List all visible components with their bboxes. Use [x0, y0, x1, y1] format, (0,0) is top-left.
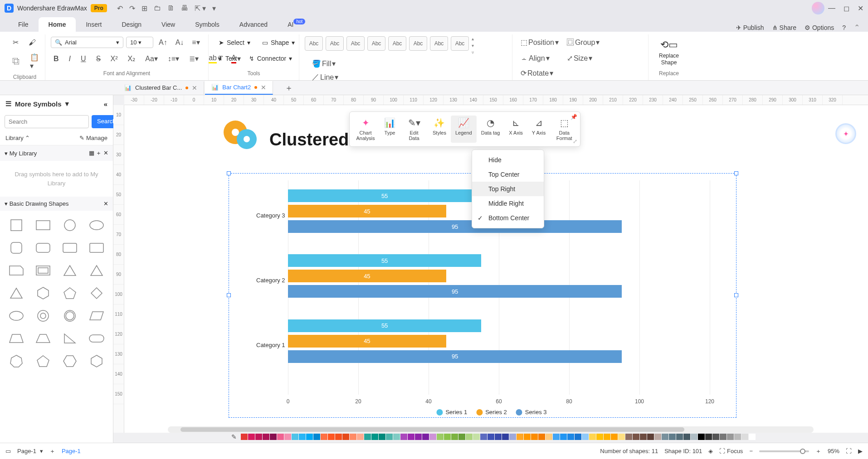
print-icon[interactable]: 🖶 [181, 4, 188, 12]
help-icon[interactable]: ? [842, 24, 846, 31]
manage-link[interactable]: ✎ Manage [79, 135, 107, 141]
color-swatch[interactable] [488, 434, 494, 440]
font-size-select[interactable]: 10 ▾ [126, 37, 153, 48]
color-swatch[interactable] [531, 434, 538, 440]
color-swatch[interactable] [596, 434, 603, 440]
style-swatch[interactable]: Abc [388, 36, 406, 51]
shape-triangle3[interactable] [5, 284, 28, 302]
color-swatch[interactable] [400, 434, 407, 440]
shape-hexagon2[interactable] [59, 352, 81, 370]
new-icon[interactable]: ⊞ [141, 4, 147, 13]
chart-type-button[interactable]: 📊Type [380, 116, 400, 143]
font-family-select[interactable]: 🔍 Arial▾ [51, 37, 123, 48]
line-spacing-icon[interactable]: ↕≡▾ [165, 52, 182, 65]
color-swatch[interactable] [473, 434, 480, 440]
tab-home[interactable]: Home [39, 17, 76, 32]
tab-advanced[interactable]: Advanced [229, 17, 278, 32]
paste-icon[interactable]: 📋▾ [27, 51, 42, 72]
color-swatch[interactable] [350, 434, 356, 440]
legend-top-center[interactable]: Top Center [472, 167, 544, 182]
color-swatch[interactable] [284, 434, 291, 440]
color-swatch[interactable] [437, 434, 444, 440]
chart-analysis-button[interactable]: ✦Chart Analysis [351, 116, 380, 143]
color-swatch[interactable] [270, 434, 277, 440]
eyedropper-icon[interactable]: ✎ [231, 433, 240, 440]
color-swatch[interactable] [575, 434, 581, 440]
shape-trapezoid[interactable] [5, 329, 28, 348]
ai-float-badge-icon[interactable]: ✦ [835, 123, 856, 144]
bar-series-1[interactable]: 55 [288, 319, 481, 332]
tab-insert[interactable]: Insert [76, 17, 112, 32]
legend-item[interactable]: Series 3 [516, 409, 547, 416]
color-swatch[interactable] [241, 434, 248, 440]
legend-top-right[interactable]: Top Right [472, 182, 544, 196]
panel-toggle-icon[interactable]: ▶ [858, 448, 863, 454]
color-swatch[interactable] [567, 434, 574, 440]
shape-hexagon3[interactable] [85, 352, 107, 370]
color-swatch[interactable] [517, 434, 523, 440]
color-swatch[interactable] [502, 434, 509, 440]
legend-middle-right[interactable]: Middle Right [472, 196, 544, 211]
color-swatch[interactable] [429, 434, 436, 440]
fill-button[interactable]: 🪣 Fill ▾ [309, 58, 353, 70]
cut-icon[interactable]: ✂ [10, 36, 21, 48]
style-swatch[interactable]: Abc [430, 36, 448, 51]
shape-rounded-rect3[interactable] [85, 239, 107, 257]
style-swatch[interactable]: Abc [326, 36, 344, 51]
page-add-icon[interactable]: ＋ [49, 447, 55, 455]
case-icon[interactable]: Aa▾ [142, 52, 161, 65]
data-tag-button[interactable]: ◔Data tag [477, 116, 505, 143]
bar-series-3[interactable]: 95 [288, 350, 622, 363]
view-mode-icon[interactable]: ▭ [5, 448, 11, 454]
shape-tool[interactable]: ▭ Shape ▾ [258, 36, 299, 49]
styles-down-icon[interactable]: ▾ [472, 43, 474, 48]
shape-rounded-rect[interactable] [32, 239, 54, 257]
color-swatch[interactable] [553, 434, 560, 440]
sel-handle-e[interactable] [734, 293, 738, 297]
color-swatch[interactable] [342, 434, 349, 440]
expand-icon[interactable]: ⤢ [573, 138, 577, 145]
color-swatch[interactable] [292, 434, 298, 440]
color-swatch[interactable] [720, 434, 727, 440]
export-icon[interactable]: ⇱ ▾ [195, 4, 206, 13]
doctab-close-icon[interactable]: ✕ [261, 84, 266, 91]
legend-item[interactable]: Series 1 [436, 409, 467, 416]
legend-bottom-center[interactable]: ✓Bottom Center [472, 211, 544, 225]
connector-tool[interactable]: ↯ Connector ▾ [244, 52, 297, 65]
shape-heptagon[interactable] [5, 352, 28, 370]
color-swatch[interactable] [662, 434, 668, 440]
shape-pill[interactable] [85, 329, 107, 348]
select-tool[interactable]: ➤ Select ▾ [214, 36, 255, 49]
align-text-icon[interactable]: ≡▾ [189, 36, 202, 48]
doctab-2[interactable]: 📊 Bar Chart2✕ [205, 81, 273, 95]
color-swatch[interactable] [734, 434, 741, 440]
edit-data-button[interactable]: ✎▾Edit Data [400, 116, 428, 143]
focus-button[interactable]: ⛶ Focus [719, 448, 743, 454]
align-button[interactable]: ⫠ Align ▾ [518, 52, 561, 64]
panel-collapse-icon[interactable]: « [104, 100, 107, 108]
shape-triangle2[interactable] [85, 261, 107, 280]
color-swatch[interactable] [371, 434, 378, 440]
shape-rounded-rect2[interactable] [59, 239, 81, 257]
chart-styles-button[interactable]: ✨Styles [428, 116, 451, 143]
doctab-1[interactable]: 📊 Clustered Bar C...✕ [118, 82, 204, 94]
underline-icon[interactable]: U [78, 52, 89, 65]
shape-trapezoid2[interactable] [32, 329, 54, 348]
shape-frame[interactable] [32, 261, 54, 280]
redo-icon[interactable]: ↷ [129, 4, 135, 13]
color-swatch[interactable] [705, 434, 712, 440]
color-swatch[interactable] [524, 434, 531, 440]
undo-icon[interactable]: ↶ [117, 4, 123, 13]
tab-file[interactable]: File [8, 17, 39, 32]
open-icon[interactable]: 🗀 [154, 4, 161, 12]
bar-series-2[interactable]: 45 [288, 205, 446, 217]
sel-handle-w[interactable] [227, 293, 231, 297]
bold-icon[interactable]: B [51, 52, 62, 65]
color-swatch[interactable] [669, 434, 676, 440]
shape-rounded-sq[interactable] [5, 239, 28, 257]
color-swatch[interactable] [633, 434, 639, 440]
shape-hexagon[interactable] [32, 284, 54, 302]
collapse-ribbon-icon[interactable]: ⌃ [854, 23, 860, 32]
color-swatch[interactable] [386, 434, 393, 440]
shape-snip[interactable] [5, 261, 28, 280]
